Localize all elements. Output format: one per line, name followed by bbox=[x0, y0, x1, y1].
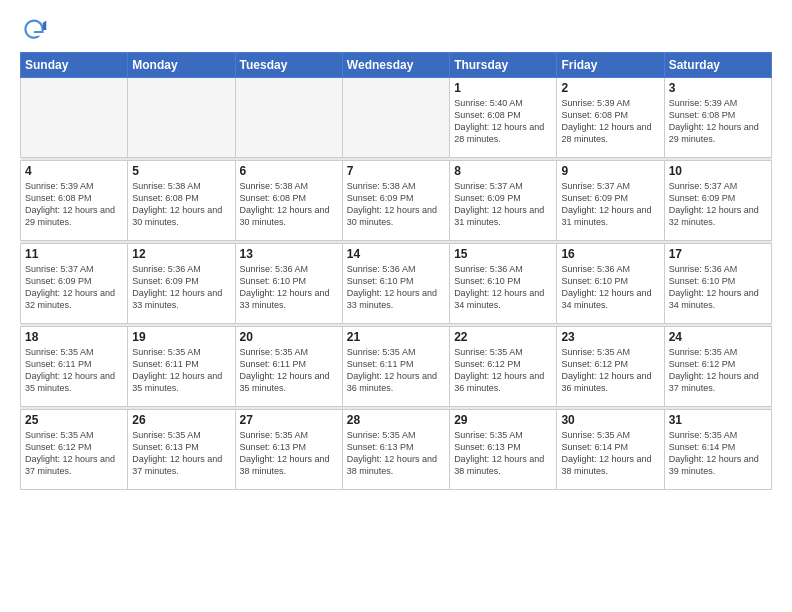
day-number: 20 bbox=[240, 330, 338, 344]
calendar-cell bbox=[21, 78, 128, 158]
calendar-cell: 3Sunrise: 5:39 AM Sunset: 6:08 PM Daylig… bbox=[664, 78, 771, 158]
day-info: Sunrise: 5:39 AM Sunset: 6:08 PM Dayligh… bbox=[669, 97, 767, 146]
calendar-cell: 26Sunrise: 5:35 AM Sunset: 6:13 PM Dayli… bbox=[128, 410, 235, 490]
day-info: Sunrise: 5:39 AM Sunset: 6:08 PM Dayligh… bbox=[561, 97, 659, 146]
weekday-header-sunday: Sunday bbox=[21, 53, 128, 78]
calendar-cell: 14Sunrise: 5:36 AM Sunset: 6:10 PM Dayli… bbox=[342, 244, 449, 324]
logo-icon bbox=[20, 16, 48, 44]
calendar-cell bbox=[128, 78, 235, 158]
weekday-header-row: SundayMondayTuesdayWednesdayThursdayFrid… bbox=[21, 53, 772, 78]
calendar-cell: 20Sunrise: 5:35 AM Sunset: 6:11 PM Dayli… bbox=[235, 327, 342, 407]
day-number: 27 bbox=[240, 413, 338, 427]
weekday-header-monday: Monday bbox=[128, 53, 235, 78]
day-info: Sunrise: 5:36 AM Sunset: 6:10 PM Dayligh… bbox=[454, 263, 552, 312]
calendar-cell: 8Sunrise: 5:37 AM Sunset: 6:09 PM Daylig… bbox=[450, 161, 557, 241]
day-info: Sunrise: 5:35 AM Sunset: 6:14 PM Dayligh… bbox=[561, 429, 659, 478]
day-number: 23 bbox=[561, 330, 659, 344]
calendar-cell: 13Sunrise: 5:36 AM Sunset: 6:10 PM Dayli… bbox=[235, 244, 342, 324]
day-number: 12 bbox=[132, 247, 230, 261]
day-info: Sunrise: 5:35 AM Sunset: 6:13 PM Dayligh… bbox=[240, 429, 338, 478]
week-row-1: 1Sunrise: 5:40 AM Sunset: 6:08 PM Daylig… bbox=[21, 78, 772, 158]
calendar-table: SundayMondayTuesdayWednesdayThursdayFrid… bbox=[20, 52, 772, 490]
day-info: Sunrise: 5:35 AM Sunset: 6:12 PM Dayligh… bbox=[25, 429, 123, 478]
calendar-cell: 19Sunrise: 5:35 AM Sunset: 6:11 PM Dayli… bbox=[128, 327, 235, 407]
day-number: 13 bbox=[240, 247, 338, 261]
day-info: Sunrise: 5:35 AM Sunset: 6:13 PM Dayligh… bbox=[347, 429, 445, 478]
day-info: Sunrise: 5:40 AM Sunset: 6:08 PM Dayligh… bbox=[454, 97, 552, 146]
calendar-cell: 17Sunrise: 5:36 AM Sunset: 6:10 PM Dayli… bbox=[664, 244, 771, 324]
day-info: Sunrise: 5:37 AM Sunset: 6:09 PM Dayligh… bbox=[561, 180, 659, 229]
day-number: 18 bbox=[25, 330, 123, 344]
day-info: Sunrise: 5:37 AM Sunset: 6:09 PM Dayligh… bbox=[25, 263, 123, 312]
day-number: 5 bbox=[132, 164, 230, 178]
day-number: 2 bbox=[561, 81, 659, 95]
day-info: Sunrise: 5:38 AM Sunset: 6:09 PM Dayligh… bbox=[347, 180, 445, 229]
day-info: Sunrise: 5:37 AM Sunset: 6:09 PM Dayligh… bbox=[669, 180, 767, 229]
day-number: 3 bbox=[669, 81, 767, 95]
calendar-cell: 12Sunrise: 5:36 AM Sunset: 6:09 PM Dayli… bbox=[128, 244, 235, 324]
day-number: 25 bbox=[25, 413, 123, 427]
calendar-cell: 5Sunrise: 5:38 AM Sunset: 6:08 PM Daylig… bbox=[128, 161, 235, 241]
day-number: 8 bbox=[454, 164, 552, 178]
calendar-cell: 16Sunrise: 5:36 AM Sunset: 6:10 PM Dayli… bbox=[557, 244, 664, 324]
calendar-cell bbox=[342, 78, 449, 158]
calendar-cell: 18Sunrise: 5:35 AM Sunset: 6:11 PM Dayli… bbox=[21, 327, 128, 407]
day-info: Sunrise: 5:35 AM Sunset: 6:11 PM Dayligh… bbox=[347, 346, 445, 395]
day-number: 6 bbox=[240, 164, 338, 178]
week-row-5: 25Sunrise: 5:35 AM Sunset: 6:12 PM Dayli… bbox=[21, 410, 772, 490]
calendar-cell: 21Sunrise: 5:35 AM Sunset: 6:11 PM Dayli… bbox=[342, 327, 449, 407]
calendar-cell: 1Sunrise: 5:40 AM Sunset: 6:08 PM Daylig… bbox=[450, 78, 557, 158]
day-info: Sunrise: 5:35 AM Sunset: 6:13 PM Dayligh… bbox=[454, 429, 552, 478]
day-info: Sunrise: 5:35 AM Sunset: 6:11 PM Dayligh… bbox=[25, 346, 123, 395]
week-row-2: 4Sunrise: 5:39 AM Sunset: 6:08 PM Daylig… bbox=[21, 161, 772, 241]
day-info: Sunrise: 5:35 AM Sunset: 6:11 PM Dayligh… bbox=[132, 346, 230, 395]
day-info: Sunrise: 5:36 AM Sunset: 6:10 PM Dayligh… bbox=[561, 263, 659, 312]
day-info: Sunrise: 5:35 AM Sunset: 6:12 PM Dayligh… bbox=[454, 346, 552, 395]
day-number: 21 bbox=[347, 330, 445, 344]
weekday-header-saturday: Saturday bbox=[664, 53, 771, 78]
day-info: Sunrise: 5:35 AM Sunset: 6:14 PM Dayligh… bbox=[669, 429, 767, 478]
calendar-cell bbox=[235, 78, 342, 158]
weekday-header-tuesday: Tuesday bbox=[235, 53, 342, 78]
day-number: 19 bbox=[132, 330, 230, 344]
day-info: Sunrise: 5:35 AM Sunset: 6:11 PM Dayligh… bbox=[240, 346, 338, 395]
day-info: Sunrise: 5:37 AM Sunset: 6:09 PM Dayligh… bbox=[454, 180, 552, 229]
day-number: 10 bbox=[669, 164, 767, 178]
calendar-cell: 4Sunrise: 5:39 AM Sunset: 6:08 PM Daylig… bbox=[21, 161, 128, 241]
calendar-cell: 27Sunrise: 5:35 AM Sunset: 6:13 PM Dayli… bbox=[235, 410, 342, 490]
day-number: 29 bbox=[454, 413, 552, 427]
day-number: 24 bbox=[669, 330, 767, 344]
day-number: 16 bbox=[561, 247, 659, 261]
day-number: 4 bbox=[25, 164, 123, 178]
calendar-cell: 23Sunrise: 5:35 AM Sunset: 6:12 PM Dayli… bbox=[557, 327, 664, 407]
calendar-cell: 15Sunrise: 5:36 AM Sunset: 6:10 PM Dayli… bbox=[450, 244, 557, 324]
calendar-cell: 28Sunrise: 5:35 AM Sunset: 6:13 PM Dayli… bbox=[342, 410, 449, 490]
calendar-cell: 9Sunrise: 5:37 AM Sunset: 6:09 PM Daylig… bbox=[557, 161, 664, 241]
day-number: 1 bbox=[454, 81, 552, 95]
day-number: 14 bbox=[347, 247, 445, 261]
day-info: Sunrise: 5:39 AM Sunset: 6:08 PM Dayligh… bbox=[25, 180, 123, 229]
calendar-cell: 6Sunrise: 5:38 AM Sunset: 6:08 PM Daylig… bbox=[235, 161, 342, 241]
calendar-cell: 10Sunrise: 5:37 AM Sunset: 6:09 PM Dayli… bbox=[664, 161, 771, 241]
day-info: Sunrise: 5:35 AM Sunset: 6:12 PM Dayligh… bbox=[561, 346, 659, 395]
calendar-cell: 11Sunrise: 5:37 AM Sunset: 6:09 PM Dayli… bbox=[21, 244, 128, 324]
day-number: 15 bbox=[454, 247, 552, 261]
calendar-cell: 31Sunrise: 5:35 AM Sunset: 6:14 PM Dayli… bbox=[664, 410, 771, 490]
day-number: 26 bbox=[132, 413, 230, 427]
day-info: Sunrise: 5:38 AM Sunset: 6:08 PM Dayligh… bbox=[240, 180, 338, 229]
day-info: Sunrise: 5:35 AM Sunset: 6:13 PM Dayligh… bbox=[132, 429, 230, 478]
weekday-header-thursday: Thursday bbox=[450, 53, 557, 78]
day-number: 11 bbox=[25, 247, 123, 261]
header bbox=[20, 16, 772, 44]
calendar-cell: 24Sunrise: 5:35 AM Sunset: 6:12 PM Dayli… bbox=[664, 327, 771, 407]
day-info: Sunrise: 5:36 AM Sunset: 6:09 PM Dayligh… bbox=[132, 263, 230, 312]
calendar-cell: 30Sunrise: 5:35 AM Sunset: 6:14 PM Dayli… bbox=[557, 410, 664, 490]
day-number: 7 bbox=[347, 164, 445, 178]
day-number: 30 bbox=[561, 413, 659, 427]
calendar-page: SundayMondayTuesdayWednesdayThursdayFrid… bbox=[0, 0, 792, 612]
day-number: 22 bbox=[454, 330, 552, 344]
day-info: Sunrise: 5:36 AM Sunset: 6:10 PM Dayligh… bbox=[240, 263, 338, 312]
weekday-header-wednesday: Wednesday bbox=[342, 53, 449, 78]
calendar-cell: 2Sunrise: 5:39 AM Sunset: 6:08 PM Daylig… bbox=[557, 78, 664, 158]
calendar-cell: 22Sunrise: 5:35 AM Sunset: 6:12 PM Dayli… bbox=[450, 327, 557, 407]
